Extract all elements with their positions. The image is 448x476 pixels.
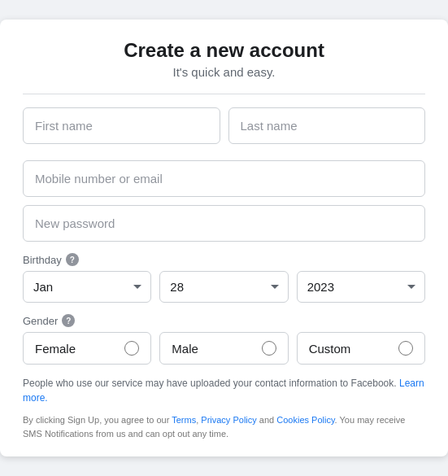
gender-custom-label: Custom xyxy=(309,342,351,356)
gender-female-option[interactable]: Female xyxy=(23,332,151,365)
gender-help-icon[interactable]: ? xyxy=(62,314,75,327)
info-text-main: People who use our service may have uplo… xyxy=(23,378,397,389)
birthday-label: Birthday xyxy=(23,254,62,266)
gender-male-radio[interactable] xyxy=(262,341,276,356)
terms-comma1: , xyxy=(196,415,198,425)
gender-female-label: Female xyxy=(35,342,76,356)
gender-male-option[interactable]: Male xyxy=(159,332,288,365)
cookies-link[interactable]: Cookies Policy xyxy=(276,415,334,425)
info-text: People who use our service may have uplo… xyxy=(23,376,425,405)
gender-male-label: Male xyxy=(172,342,198,356)
gender-label: Gender xyxy=(23,315,58,327)
gender-female-radio[interactable] xyxy=(124,341,139,356)
mobile-email-input[interactable] xyxy=(23,160,425,197)
password-input[interactable] xyxy=(23,205,425,242)
privacy-link[interactable]: Privacy Policy xyxy=(201,415,256,425)
gender-row: Female Male Custom xyxy=(23,332,425,365)
birthday-label-row: Birthday ? xyxy=(23,253,425,266)
birthday-row: Jan Feb Mar Apr May Jun Jul Aug Sep Oct … xyxy=(23,271,425,303)
birthday-day-select[interactable]: 1 2 3 4 5 6 7 8 9 10 11 12 13 14 15 16 1… xyxy=(159,271,288,303)
birthday-help-icon[interactable]: ? xyxy=(66,253,79,266)
gender-custom-option[interactable]: Custom xyxy=(297,332,425,365)
first-name-input[interactable] xyxy=(23,107,220,144)
page-subtitle: It's quick and easy. xyxy=(23,65,425,79)
terms-link[interactable]: Terms xyxy=(172,415,196,425)
page-title: Create a new account xyxy=(23,39,425,62)
divider xyxy=(23,94,425,94)
last-name-input[interactable] xyxy=(228,107,426,144)
name-row xyxy=(23,107,425,152)
signup-card: Create a new account It's quick and easy… xyxy=(0,20,448,456)
terms-text: By clicking Sign Up, you agree to our Te… xyxy=(23,413,425,440)
gender-custom-radio[interactable] xyxy=(398,341,413,356)
birthday-year-select[interactable]: 2023 2022 2021 2020 2019 2000 1990 1980 xyxy=(297,271,425,303)
terms-prefix: By clicking Sign Up, you agree to our xyxy=(23,415,169,425)
birthday-month-select[interactable]: Jan Feb Mar Apr May Jun Jul Aug Sep Oct … xyxy=(23,271,151,303)
gender-label-row: Gender ? xyxy=(23,314,425,327)
terms-and: and xyxy=(259,415,274,425)
